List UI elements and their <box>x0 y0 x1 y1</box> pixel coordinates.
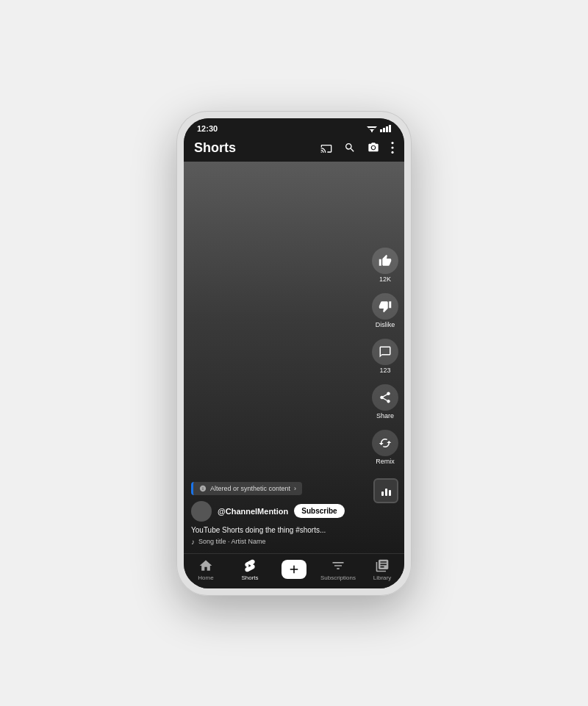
subscriptions-icon <box>331 558 345 573</box>
music-bars <box>381 486 391 496</box>
nav-library[interactable]: Library <box>360 557 404 583</box>
svg-point-5 <box>391 142 393 144</box>
share-button[interactable]: Share <box>372 384 398 419</box>
bottom-nav: Home Shorts <box>184 553 404 588</box>
more-icon[interactable] <box>391 142 394 154</box>
info-icon <box>199 485 207 492</box>
comment-count: 123 <box>379 367 390 374</box>
svg-point-6 <box>391 146 393 148</box>
synthetic-content-badge[interactable]: Altered or synthetic content › <box>191 482 302 495</box>
search-icon[interactable] <box>344 142 356 154</box>
like-button[interactable]: 12K <box>372 248 398 283</box>
phone-screen: 12:30 Shorts <box>184 118 404 588</box>
home-icon <box>198 558 213 573</box>
shorts-icon <box>243 558 257 573</box>
music-title: Song title · Artist Name <box>198 538 266 545</box>
channel-row: @ChannelMention Subscribe <box>191 501 364 522</box>
dislike-button[interactable]: Dislike <box>372 293 398 328</box>
cast-icon[interactable] <box>320 143 332 153</box>
nav-add[interactable] <box>272 560 316 579</box>
like-count: 12K <box>379 275 391 283</box>
add-button[interactable] <box>282 560 306 579</box>
library-icon <box>375 558 390 573</box>
video-description: YouTube Shorts doing the thing #shorts..… <box>191 526 364 534</box>
status-time: 12:30 <box>197 124 218 133</box>
channel-name[interactable]: @ChannelMention <box>218 507 288 516</box>
video-overlay: Altered or synthetic content › @ChannelM… <box>191 482 364 546</box>
remix-label: Remix <box>376 458 395 465</box>
phone-frame: 12:30 Shorts <box>176 111 412 596</box>
svg-point-7 <box>391 151 393 154</box>
status-icons <box>367 124 391 132</box>
wifi-icon <box>367 124 377 132</box>
nav-subscriptions[interactable]: Subscriptions <box>316 557 360 583</box>
channel-avatar[interactable] <box>191 501 212 522</box>
svg-point-4 <box>372 146 375 149</box>
page-title: Shorts <box>194 140 320 156</box>
dislike-label: Dislike <box>376 321 395 328</box>
nav-home[interactable]: Home <box>184 557 228 583</box>
signal-icon <box>380 125 391 132</box>
subscribe-button[interactable]: Subscribe <box>294 504 344 518</box>
thumbs-up-icon <box>372 248 398 274</box>
share-icon <box>372 384 398 411</box>
top-bar: Shorts <box>184 136 404 162</box>
camera-icon[interactable] <box>368 142 379 154</box>
music-thumbnail[interactable] <box>373 478 398 503</box>
subscriptions-label: Subscriptions <box>320 574 356 581</box>
synthetic-label: Altered or synthetic content <box>210 485 290 492</box>
top-bar-icons <box>320 142 394 154</box>
action-sidebar: 12K Dislike <box>372 248 398 465</box>
nav-shorts[interactable]: Shorts <box>228 557 272 583</box>
video-area[interactable]: 12K Dislike <box>184 162 404 553</box>
status-bar: 12:30 <box>184 118 404 136</box>
share-label: Share <box>376 412 394 419</box>
music-row[interactable]: ♪ Song title · Artist Name <box>191 538 364 546</box>
home-label: Home <box>198 574 213 581</box>
remix-icon <box>372 430 398 456</box>
svg-point-3 <box>371 131 373 132</box>
thumbs-down-icon <box>372 293 398 320</box>
remix-button[interactable]: Remix <box>372 430 398 465</box>
music-note-icon: ♪ <box>191 538 195 546</box>
comment-icon <box>372 339 398 365</box>
library-label: Library <box>373 574 391 581</box>
comment-button[interactable]: 123 <box>372 339 398 374</box>
shorts-label: Shorts <box>241 574 258 581</box>
chevron-right-icon: › <box>294 485 296 492</box>
